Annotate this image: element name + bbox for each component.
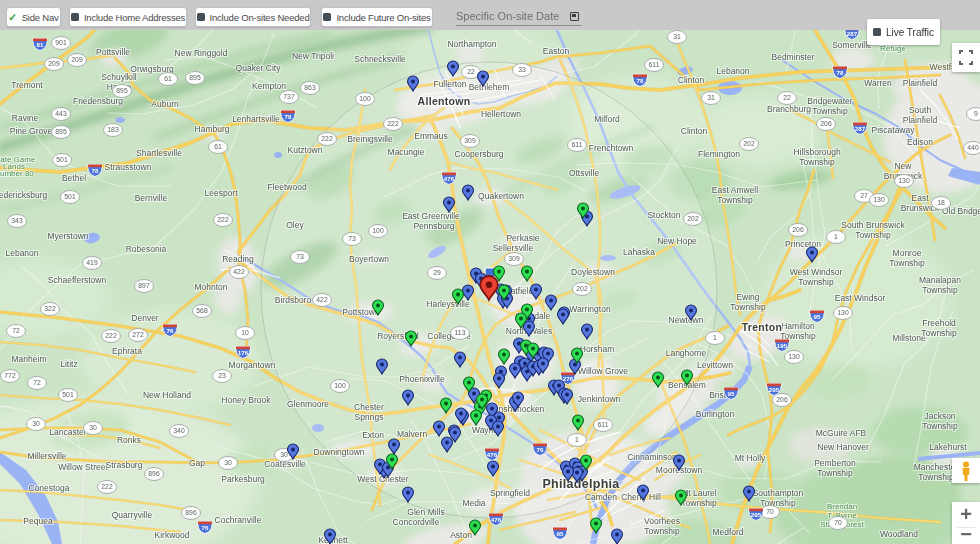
svg-text:Piscataway: Piscataway (872, 125, 916, 135)
svg-text:130: 130 (788, 353, 800, 360)
svg-text:Jackson: Jackson (924, 411, 955, 421)
svg-text:30: 30 (89, 424, 97, 431)
svg-text:Plainfield: Plainfield (903, 115, 938, 125)
svg-text:Frenchtown: Frenchtown (589, 143, 634, 153)
svg-text:309: 309 (508, 255, 520, 262)
svg-text:Myerstown: Myerstown (47, 231, 88, 241)
svg-text:Pottsville: Pottsville (96, 47, 130, 57)
svg-text:70: 70 (766, 508, 774, 515)
svg-text:Quarryville: Quarryville (112, 510, 153, 520)
svg-text:895: 895 (116, 87, 128, 94)
svg-text:Denver: Denver (131, 313, 159, 323)
svg-text:Langhorne: Langhorne (666, 348, 707, 358)
svg-text:East Amwell: East Amwell (712, 185, 758, 195)
svg-text:Bridgewater: Bridgewater (807, 96, 853, 106)
svg-text:East Greenville: East Greenville (402, 211, 460, 221)
svg-text:206: 206 (820, 120, 832, 127)
svg-text:476: 476 (444, 175, 455, 182)
svg-text:Bedminster: Bedminster (772, 52, 815, 62)
svg-text:863: 863 (304, 84, 316, 91)
svg-text:Bernville: Bernville (135, 193, 168, 203)
svg-text:Number 80: Number 80 (0, 169, 34, 178)
svg-text:Shartlesville: Shartlesville (136, 148, 182, 158)
svg-text:Breinigsville: Breinigsville (347, 134, 393, 144)
svg-text:100: 100 (334, 382, 346, 389)
svg-text:30: 30 (224, 459, 232, 466)
svg-text:22: 22 (467, 68, 475, 75)
svg-text:222: 222 (101, 483, 113, 490)
svg-text:Strausstown: Strausstown (105, 162, 152, 172)
svg-text:130: 130 (837, 309, 849, 316)
svg-text:Oley: Oley (286, 220, 304, 230)
svg-text:1: 1 (713, 334, 717, 341)
svg-text:76: 76 (537, 446, 544, 453)
svg-text:Kutztown: Kutztown (288, 145, 323, 155)
svg-text:422: 422 (233, 268, 245, 275)
svg-text:Refuge: Refuge (880, 44, 906, 53)
svg-text:East Windsor: East Windsor (835, 293, 886, 303)
svg-text:Township: Township (855, 230, 891, 240)
svg-text:Hamburg: Hamburg (195, 124, 230, 134)
svg-text:South: South (909, 105, 931, 115)
svg-text:Township: Township (644, 526, 680, 536)
svg-text:Princeton: Princeton (785, 239, 821, 249)
svg-text:Branchburg: Branchburg (767, 104, 811, 114)
svg-text:Township: Township (798, 277, 834, 287)
svg-text:30: 30 (32, 420, 40, 427)
svg-text:Morgantown: Morgantown (229, 360, 276, 370)
svg-text:Ravine: Ravine (12, 113, 39, 123)
svg-text:Jenkintown: Jenkintown (578, 394, 621, 404)
svg-text:95: 95 (814, 313, 821, 320)
svg-text:Robesonia: Robesonia (126, 244, 167, 254)
svg-text:27: 27 (860, 192, 868, 199)
svg-text:Quakertown: Quakertown (478, 191, 524, 201)
svg-text:76: 76 (202, 524, 209, 531)
svg-text:113: 113 (455, 329, 466, 336)
svg-text:Ronks: Ronks (117, 435, 141, 445)
svg-text:Hillsborough: Hillsborough (793, 147, 841, 157)
svg-text:209: 209 (48, 60, 60, 67)
svg-text:Quaker City: Quaker City (236, 63, 282, 73)
svg-text:130: 130 (873, 196, 885, 203)
svg-text:Perkasie: Perkasie (506, 233, 539, 243)
svg-text:Springs: Springs (355, 412, 384, 422)
svg-text:476: 476 (491, 516, 502, 523)
svg-text:Ottsville: Ottsville (569, 168, 600, 178)
svg-text:501: 501 (56, 156, 68, 163)
svg-text:176: 176 (238, 349, 249, 356)
svg-text:10: 10 (241, 329, 249, 336)
svg-text:Township: Township (799, 157, 835, 167)
svg-text:Birdsboro: Birdsboro (275, 295, 312, 305)
svg-text:Allentown: Allentown (418, 95, 471, 107)
svg-text:Easton: Easton (543, 46, 570, 56)
svg-text:Willow Street: Willow Street (58, 462, 108, 472)
svg-text:476: 476 (487, 451, 498, 458)
svg-text:Flemington: Flemington (698, 149, 740, 159)
svg-text:Freehold: Freehold (922, 318, 956, 328)
svg-text:Lenhartsville: Lenhartsville (232, 114, 280, 124)
svg-text:New: New (894, 161, 912, 171)
svg-text:222: 222 (387, 120, 399, 127)
svg-text:Reading: Reading (222, 254, 254, 264)
svg-text:419: 419 (86, 259, 98, 266)
svg-text:Friedensburg: Friedensburg (73, 96, 123, 106)
svg-text:Bethel: Bethel (62, 173, 86, 183)
svg-text:611: 611 (649, 61, 660, 68)
svg-text:Schnecksville: Schnecksville (354, 54, 406, 64)
svg-text:737: 737 (283, 93, 295, 100)
svg-text:30: 30 (280, 451, 288, 458)
svg-text:78: 78 (285, 113, 292, 120)
svg-text:130: 130 (898, 177, 910, 184)
svg-text:Hellertown: Hellertown (481, 109, 521, 119)
svg-text:Cochranville: Cochranville (215, 515, 262, 525)
svg-text:1: 1 (834, 233, 838, 240)
svg-text:Harleysville: Harleysville (426, 299, 470, 309)
svg-text:Millersville: Millersville (27, 451, 66, 461)
svg-text:340: 340 (173, 427, 185, 434)
svg-text:Newtown: Newtown (669, 315, 704, 325)
svg-text:Voorhees: Voorhees (644, 516, 680, 526)
svg-text:Lancaster: Lancaster (49, 427, 86, 437)
svg-text:Pequea: Pequea (23, 516, 53, 526)
svg-text:23: 23 (218, 372, 226, 379)
svg-text:896: 896 (148, 470, 160, 477)
